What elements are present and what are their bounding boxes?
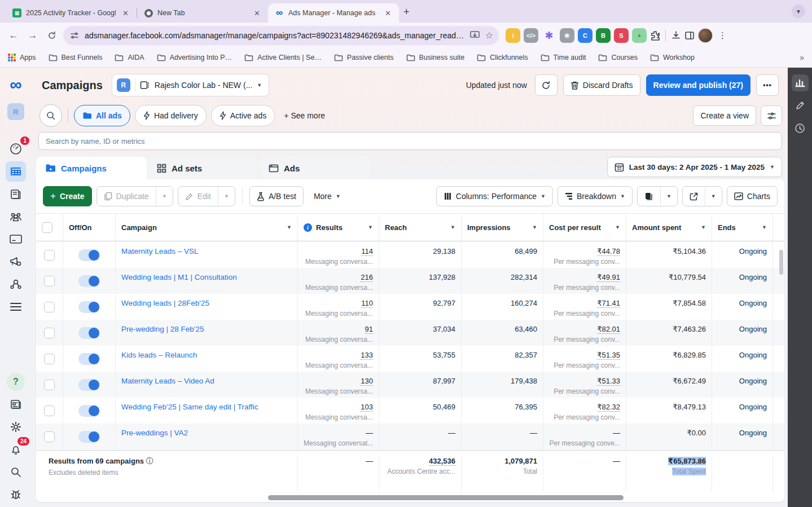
- account-avatar[interactable]: R: [6, 102, 26, 122]
- reports-caret[interactable]: ▼: [660, 187, 677, 206]
- campaign-toggle[interactable]: [78, 249, 100, 261]
- bookmark-folder[interactable]: Courses: [598, 54, 638, 61]
- breakdown-button[interactable]: Breakdown▼: [558, 186, 633, 206]
- results-value[interactable]: 130: [361, 377, 373, 386]
- tab-campaigns[interactable]: Campaigns: [36, 157, 147, 179]
- header-impressions[interactable]: Impressions▼: [462, 214, 543, 241]
- columns-button[interactable]: Columns: Performance▼: [436, 186, 553, 206]
- header-more-button[interactable]: •••: [756, 74, 779, 96]
- create-button[interactable]: +Create: [43, 186, 92, 206]
- help-icon[interactable]: ?: [6, 372, 26, 392]
- camera-extension-icon[interactable]: ◉: [560, 28, 574, 43]
- search-input[interactable]: [38, 132, 782, 150]
- create-a-view-button[interactable]: Create a view: [693, 105, 756, 126]
- header-results[interactable]: iResults▼: [298, 214, 379, 241]
- campaign-toggle[interactable]: [78, 431, 100, 443]
- plus-extension-icon[interactable]: +: [632, 28, 647, 43]
- campaigns-nav-icon[interactable]: [6, 161, 26, 182]
- charts-button[interactable]: Charts: [727, 186, 778, 206]
- results-value[interactable]: —: [366, 429, 373, 437]
- history-clock-icon[interactable]: [792, 120, 809, 136]
- meta-logo[interactable]: ∞: [6, 74, 26, 95]
- bookmark-star-icon[interactable]: ☆: [485, 30, 493, 41]
- filter-search-button[interactable]: [39, 104, 62, 127]
- cast-icon[interactable]: [470, 31, 480, 39]
- s-extension-icon[interactable]: S: [614, 28, 629, 43]
- search-icon[interactable]: [6, 462, 26, 482]
- account-overview-icon[interactable]: 1: [6, 139, 26, 159]
- extensions-puzzle-icon[interactable]: [650, 30, 660, 41]
- campaign-toggle[interactable]: [78, 379, 100, 391]
- back-icon[interactable]: ←: [6, 28, 21, 43]
- filter-chip-had-delivery[interactable]: Had delivery: [135, 105, 207, 126]
- results-value[interactable]: 110: [361, 299, 373, 308]
- results-value[interactable]: 133: [361, 351, 373, 360]
- reload-icon[interactable]: [44, 28, 60, 43]
- bookmarks-overflow-icon[interactable]: »: [800, 53, 804, 62]
- refresh-button[interactable]: [535, 74, 558, 96]
- campaign-link[interactable]: Wedding Feb'25 | Same day edit | Traffic: [121, 403, 258, 411]
- events-manager-icon[interactable]: [6, 274, 26, 294]
- browser-tab-newtab[interactable]: New Tab ✕: [137, 3, 268, 23]
- view-settings-button[interactable]: [761, 105, 782, 126]
- row-checkbox[interactable]: [36, 242, 63, 268]
- cost-per-result-value[interactable]: ₹44.78: [597, 247, 620, 256]
- header-campaign[interactable]: Campaign▼: [116, 214, 298, 241]
- close-icon[interactable]: ✕: [120, 8, 131, 19]
- new-tab-button[interactable]: +: [403, 6, 410, 18]
- browser-tab-ads-manager[interactable]: ∞ Ads Manager - Manage ads - ✕: [268, 3, 399, 23]
- c-extension-icon[interactable]: C: [578, 28, 592, 43]
- header-reach[interactable]: Reach▼: [379, 214, 462, 241]
- tab-search-chevron-icon[interactable]: ▼: [792, 5, 805, 18]
- forward-icon[interactable]: →: [25, 28, 41, 43]
- tab-ad-sets[interactable]: Ad sets: [148, 157, 258, 179]
- header-select-all[interactable]: [36, 214, 63, 241]
- cost-per-result-value[interactable]: ₹51.35: [597, 351, 620, 360]
- header-cost-per-result[interactable]: Cost per result▼: [543, 214, 626, 241]
- row-checkbox[interactable]: [36, 320, 63, 346]
- account-selector[interactable]: R Rajesh Color Lab - NEW (... ▼: [112, 74, 269, 96]
- row-checkbox[interactable]: [36, 372, 63, 398]
- reports-button[interactable]: [638, 187, 660, 206]
- bookmark-folder[interactable]: AIDA: [115, 54, 144, 61]
- bookmark-folder[interactable]: Business suite: [406, 54, 465, 61]
- results-value[interactable]: 91: [365, 325, 373, 334]
- campaign-toggle[interactable]: [78, 405, 100, 417]
- cost-per-result-value[interactable]: —: [613, 429, 620, 437]
- report-bug-icon[interactable]: [6, 484, 26, 505]
- edit-pencil-icon[interactable]: [792, 97, 809, 114]
- see-more-filters[interactable]: + See more: [279, 111, 330, 120]
- campaign-link[interactable]: Kids leads – Relaunch: [121, 351, 197, 359]
- row-checkbox[interactable]: [36, 398, 63, 424]
- chrome-menu-icon[interactable]: ⋮: [716, 30, 729, 41]
- profile-avatar[interactable]: [698, 28, 713, 43]
- export-button[interactable]: [683, 187, 705, 206]
- business-news-icon[interactable]: [6, 394, 26, 415]
- audiences-icon[interactable]: [6, 206, 26, 227]
- ab-test-button[interactable]: A/B test: [249, 186, 304, 206]
- results-value[interactable]: 216: [361, 273, 373, 282]
- horizontal-scrollbar-thumb[interactable]: [268, 495, 624, 500]
- tab-ads[interactable]: Ads: [260, 157, 370, 179]
- row-checkbox[interactable]: [36, 424, 63, 449]
- header-ends[interactable]: Ends▼: [712, 214, 773, 241]
- campaign-toggle[interactable]: [78, 301, 100, 313]
- address-bar[interactable]: adsmanager.facebook.com/adsmanager/manag…: [63, 26, 499, 45]
- campaign-toggle[interactable]: [78, 353, 100, 365]
- row-checkbox[interactable]: [36, 346, 63, 372]
- bookmark-folder[interactable]: Time audit: [541, 54, 586, 61]
- campaign-link[interactable]: Maternity Leads – VSL: [121, 247, 199, 255]
- horizontal-scrollbar[interactable]: [36, 494, 784, 501]
- duplicate-caret[interactable]: ▼: [156, 187, 173, 206]
- edit-caret[interactable]: ▼: [218, 187, 235, 206]
- filter-chip-all-ads[interactable]: All ads: [74, 105, 130, 126]
- cost-per-result-value[interactable]: ₹82.01: [597, 325, 620, 334]
- browser-tab-sheets[interactable]: ▦ 2025 Activity Tracker - Googl ✕: [6, 3, 137, 23]
- bookmark-folder[interactable]: Clickfunnels: [477, 54, 528, 61]
- lightbulb-extension-icon[interactable]: i: [506, 28, 520, 43]
- review-and-publish-button[interactable]: Review and publish (27): [646, 74, 750, 96]
- bookmark-folder[interactable]: Best Funnels: [49, 54, 103, 61]
- results-value[interactable]: 114: [361, 247, 373, 256]
- bookmark-folder[interactable]: Workshop: [650, 54, 695, 61]
- duplicate-button[interactable]: Duplicate: [97, 187, 156, 206]
